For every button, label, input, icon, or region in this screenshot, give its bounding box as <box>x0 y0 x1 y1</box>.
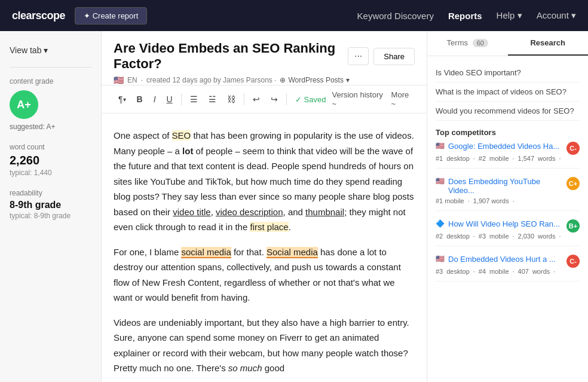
top-competitors-label: Top competitors <box>436 128 580 137</box>
highlight-video-title: video title <box>173 207 210 217</box>
research-q-1[interactable]: Is Video SEO important? <box>436 63 580 82</box>
undo-icon: ↩ <box>253 94 260 104</box>
competitor-3-link[interactable]: How Will Video Help SEO Ran... <box>448 219 563 228</box>
paragraph-button[interactable]: ¶ ▾ <box>114 92 131 106</box>
competitor-2-words: 1,907 words <box>473 197 509 204</box>
competitor-1: 🇺🇸 Google: Embedded Videos Ha... C- #1 d… <box>436 142 580 169</box>
word-count-typical: typical: 1,440 <box>10 169 91 177</box>
terms-count: 60 <box>473 39 488 47</box>
research-tab[interactable]: Research <box>508 31 589 56</box>
competitor-2: 🇺🇸 Does Embedding YouTube Video... C+ #1… <box>436 177 580 211</box>
research-q-2[interactable]: What is the impact of videos on SEO? <box>436 82 580 102</box>
highlight-first-place: first place <box>250 222 288 232</box>
create-report-button[interactable]: ✦ Create report <box>75 7 147 25</box>
competitor-3: 🔷 How Will Video Help SEO Ran... B+ #2 d… <box>436 219 580 246</box>
nav-help[interactable]: Help ▾ <box>497 10 522 21</box>
more-label: More ~ <box>391 90 415 108</box>
competitor-1-rank2: #2 <box>479 155 486 162</box>
doc-flag: 🇺🇸 <box>114 75 124 85</box>
nav-links: Keyword Discovery Reports Help ▾ Account… <box>357 10 576 21</box>
highlight-thumbnail: thumbnail <box>305 207 344 217</box>
research-q-3[interactable]: Would you recommend videos for SEO? <box>436 102 580 121</box>
competitor-4-type1: desktop <box>446 268 470 275</box>
panel-tabs: Terms 60 Research <box>427 31 588 56</box>
ordered-list-button[interactable]: ☰ <box>185 92 203 106</box>
readability-label: readability <box>10 189 91 197</box>
italic-so-much: so much <box>228 363 262 373</box>
terms-tab[interactable]: Terms 60 <box>427 31 508 56</box>
undo-button[interactable]: ↩ <box>248 92 265 106</box>
highlight-social-media-1: social media <box>181 247 231 258</box>
link-button[interactable]: ⛓ <box>222 92 240 106</box>
competitor-3-flag: 🔷 <box>436 219 445 228</box>
competitor-2-flag: 🇺🇸 <box>436 177 445 185</box>
editor-area[interactable]: One aspect of SEO that has been growing … <box>102 114 427 382</box>
competitor-1-meta: #1 desktop · #2 mobile · 1,547 words · <box>436 155 580 162</box>
right-panel: Terms 60 Research Is Video SEO important… <box>427 31 588 382</box>
doc-share-button[interactable]: Share <box>373 48 415 65</box>
word-count-value: 2,260 <box>10 154 91 167</box>
competitor-3-words: 2,030 <box>518 233 535 240</box>
highlight-seo: SEO <box>172 130 191 140</box>
doc-separator: · <box>141 76 143 84</box>
doc-options-button[interactable]: ··· <box>348 47 369 65</box>
highlight-social-media-2: Social media <box>267 247 318 258</box>
readability-typical: typical: 8-9th grade <box>10 212 91 220</box>
competitor-4: 🇺🇸 Do Embedded Videos Hurt a ... C- #3 d… <box>436 255 580 282</box>
doc-header: Are Video Embeds an SEO Ranking Factor? … <box>102 31 427 85</box>
competitor-3-meta: #2 desktop · #3 mobile · 2,030 words · <box>436 233 580 240</box>
toolbar-sep-1 <box>181 93 182 105</box>
terms-label: Terms <box>447 38 468 47</box>
research-label: Research <box>530 38 565 47</box>
check-icon: ✓ <box>295 95 302 104</box>
competitor-4-meta: #3 desktop · #4 mobile · 407 words · <box>436 268 580 275</box>
competitor-3-rank2: #3 <box>479 233 486 240</box>
nav-keyword-discovery[interactable]: Keyword Discovery <box>357 11 434 21</box>
bold-button[interactable]: B <box>132 92 148 106</box>
grade-badge: A+ <box>10 90 38 119</box>
italic-button[interactable]: I <box>149 92 161 106</box>
competitor-1-badge: C- <box>566 142 580 155</box>
saved-label: Saved <box>304 95 326 104</box>
nav-reports[interactable]: Reports <box>448 11 482 21</box>
unordered-list-button[interactable]: ☱ <box>204 92 221 106</box>
competitor-3-type1: desktop <box>446 233 470 240</box>
toolbar-sep-2 <box>244 93 244 105</box>
saved-indicator: ✓ Saved <box>295 95 326 104</box>
wp-icon: ⊕ <box>280 76 286 84</box>
doc-meta: 🇺🇸 EN · created 12 days ago by James Par… <box>114 75 415 85</box>
underline-button[interactable]: U <box>162 92 177 106</box>
more-button[interactable]: More ~ <box>391 90 415 108</box>
competitor-4-flag: 🇺🇸 <box>436 255 445 263</box>
nav-account[interactable]: Account ▾ <box>537 10 576 21</box>
doc-title: Are Video Embeds an SEO Ranking Factor? <box>114 41 348 72</box>
underline-icon: U <box>167 94 173 104</box>
logo: clearscope <box>12 10 65 22</box>
competitor-2-badge: C+ <box>566 177 580 190</box>
competitor-1-words: 1,547 <box>518 155 535 162</box>
doc-meta-text: created 12 days ago by James Parsons · <box>146 76 276 84</box>
competitor-4-badge: C- <box>566 255 580 268</box>
content-grade-label: content grade <box>10 77 91 85</box>
italic-icon: I <box>154 94 156 104</box>
competitor-4-words: 407 <box>518 268 529 275</box>
competitor-1-type2: mobile <box>489 155 509 162</box>
competitor-2-meta: #1 mobile · 1,907 words · <box>436 197 580 204</box>
wp-posts-link[interactable]: ⊕ WordPress Posts ▾ <box>280 76 349 84</box>
chevron-down-icon: ▾ <box>44 45 48 55</box>
doc-title-actions: ··· Share <box>348 47 415 65</box>
competitor-4-link[interactable]: Do Embedded Videos Hurt a ... <box>448 255 563 264</box>
highlight-video-description: video description <box>216 207 283 217</box>
version-history-button[interactable]: Version history ~ <box>332 90 387 108</box>
competitor-2-link[interactable]: Does Embedding YouTube Video... <box>448 177 563 195</box>
toolbar: ¶ ▾ B I U ☰ ☱ ⛓ ↩ <box>102 85 427 114</box>
competitor-1-link[interactable]: Google: Embedded Videos Ha... <box>448 142 563 151</box>
redo-button[interactable]: ↪ <box>266 92 283 106</box>
readability-value: 8-9th grade <box>10 200 91 210</box>
paragraph-icon: ¶ <box>118 94 123 104</box>
wp-chevron: ▾ <box>346 76 350 84</box>
view-tab-button[interactable]: View tab ▾ <box>10 43 91 57</box>
paragraph-2: For one, I blame social media for that. … <box>114 245 415 305</box>
paragraph-3: Videos are undeniably important, but the… <box>114 315 415 376</box>
competitor-4-type2: mobile <box>489 268 509 275</box>
